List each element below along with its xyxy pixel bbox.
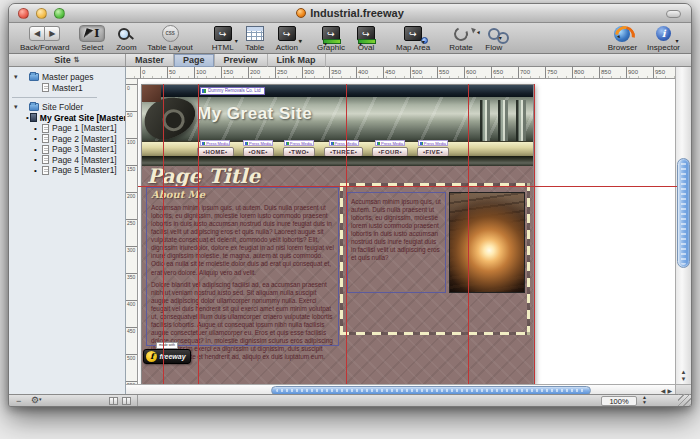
ruler-label: 750 — [545, 67, 572, 78]
toolbar-button-label: Select — [81, 43, 103, 52]
freeway-badge[interactable]: made with f freeway — [147, 342, 187, 364]
tree-item-icon — [29, 73, 39, 81]
badge-f-icon: f — [146, 351, 157, 362]
ruler-label: 0 — [126, 84, 137, 111]
nav-bar: Press Media •HOME• Press Media •ONE• Pre… — [142, 141, 533, 156]
vertical-scrollbar-thumb[interactable] — [677, 158, 690, 268]
toolbar-button[interactable]: Zoom — [110, 25, 142, 52]
ruler-label: 200 — [126, 192, 137, 219]
toolbar-button[interactable]: Map Area — [391, 25, 435, 52]
toolbar-button[interactable]: Flow — [478, 25, 510, 52]
nav-action-tag: Press Media — [375, 140, 405, 146]
site-title: My Great Site — [197, 104, 312, 124]
minimize-button[interactable] — [36, 8, 47, 19]
ruler-label: 150 — [221, 67, 248, 78]
ruler-label: 300 — [302, 67, 329, 78]
view-tab[interactable]: Link Map — [268, 54, 326, 67]
toolbar-button[interactable]: Graphic — [312, 25, 350, 52]
selected-item-marquee[interactable]: Accumsan minim ipsum quis, ut autem. Dui… — [340, 183, 530, 335]
toolbar-button[interactable]: Inspector — [642, 25, 685, 52]
sidebar-row[interactable]: • Page 4 [Master1] — [9, 155, 125, 166]
nav-button[interactable]: Press Media •THREE• — [324, 140, 363, 157]
sidebar-row[interactable]: • Page 1 [Master1] — [9, 123, 125, 134]
pane-toggle-button[interactable] — [109, 397, 118, 405]
vertical-scrollbar[interactable]: ▲▼ — [675, 67, 691, 384]
toolbar-button-label: Table — [245, 43, 264, 52]
ruler-label: 100 — [126, 138, 137, 165]
canvas[interactable]: Dummy Removals Co. Ltd My Great Site Pre… — [138, 79, 677, 384]
nav-button[interactable]: Press Media •FOUR• — [372, 140, 408, 157]
collapse-button[interactable]: − — [16, 396, 21, 406]
bullet-icon: • — [34, 155, 41, 164]
bullet-icon: • — [34, 145, 41, 154]
sidebar-row[interactable]: • My Great Site [Master1] — [9, 113, 125, 124]
traffic-lights — [18, 8, 65, 19]
page-design[interactable]: Dummy Removals Co. Ltd My Great Site Pre… — [141, 84, 534, 384]
tree-item-label: Master1 — [52, 83, 83, 93]
resize-grip[interactable] — [678, 394, 691, 406]
toolbar-button-label: Rotate — [449, 43, 473, 52]
sun-photo[interactable] — [449, 192, 525, 293]
ruler-label: 200 — [248, 67, 275, 78]
ruler-label: 800 — [572, 67, 599, 78]
aside-text-box[interactable]: Accumsan minim ipsum quis, ut autem. Dui… — [347, 192, 446, 293]
titlebar[interactable]: Industrial.freeway — [9, 4, 691, 23]
close-button[interactable] — [18, 8, 29, 19]
toolbar-button[interactable]: Back/Forward — [15, 25, 74, 52]
corner-graphic — [142, 85, 161, 102]
badge-made-with: made with — [156, 342, 178, 349]
toolbar-button-label: Flow — [485, 43, 502, 52]
view-tab[interactable]: Page — [174, 54, 215, 67]
toolbar-button[interactable]: Select — [74, 25, 110, 52]
nav-action-tag-text: Press Media — [206, 141, 228, 146]
scroll-arrows-vertical[interactable]: ▲▼ — [676, 369, 691, 383]
about-text-box[interactable]: About Me Accumsan minim ipsum quis, ut a… — [146, 187, 339, 346]
zoom-window-button[interactable] — [54, 8, 65, 19]
zoom-level[interactable]: 100% — [601, 396, 637, 406]
sidebar-row[interactable]: ▾ Site Folder — [9, 102, 125, 113]
view-tab[interactable]: Preview — [215, 54, 268, 67]
nav-button[interactable]: Press Media •TWO• — [283, 140, 315, 157]
sidebar-row[interactable]: • Page 5 [Master1] — [9, 165, 125, 176]
sidebar-header[interactable]: Site ⇅ — [9, 54, 126, 66]
header-graphic[interactable]: My Great Site — [142, 97, 533, 141]
disclosure-icon[interactable]: ▾ — [14, 103, 22, 111]
tree-item-icon — [42, 155, 49, 164]
tree-item-icon — [109, 94, 119, 102]
pane-toggle-button[interactable] — [122, 397, 131, 405]
nav-button[interactable]: Press Media •FIVE• — [417, 140, 449, 157]
toolbar-button[interactable]: HTML — [207, 25, 239, 52]
pane-toggle-buttons — [109, 397, 131, 405]
toolbar-icon — [355, 25, 377, 42]
ruler-label: 500 — [126, 354, 137, 381]
toolbar-button[interactable]: Browser — [603, 25, 642, 52]
action-menu-button[interactable]: ⚙▾ — [31, 395, 42, 405]
guide-line-vertical — [468, 84, 469, 384]
toolbar-icon — [450, 25, 472, 42]
toolbar-button[interactable]: Rotate — [444, 25, 478, 52]
sidebar-row[interactable] — [9, 93, 125, 102]
nav-action-tag-text: Press Media — [424, 141, 446, 146]
sidebar-row[interactable]: Master1 — [9, 83, 125, 94]
guide-line-horizontal — [138, 186, 677, 187]
toolbar-button[interactable]: Action — [271, 25, 303, 52]
zoom-stepper[interactable]: ▲▼ — [642, 395, 647, 405]
sidebar-row[interactable]: • Page 2 [Master1] — [9, 134, 125, 145]
toolbar-button[interactable]: Table Layout — [142, 25, 197, 52]
disclosure-icon[interactable]: ▾ — [14, 73, 22, 81]
toolbar-toggle-pill[interactable] — [666, 10, 681, 18]
toolbar-icon — [320, 25, 342, 42]
view-tab[interactable]: Master — [126, 54, 174, 67]
pipes-graphic — [475, 100, 531, 141]
subheader: Site ⇅ MasterPagePreviewLink Map — [9, 54, 691, 67]
action-mini-icon — [331, 142, 334, 145]
nav-button[interactable]: Press Media •ONE• — [243, 140, 274, 157]
sidebar-row[interactable]: • Page 3 [Master1] — [9, 144, 125, 155]
scroll-arrows-horizontal[interactable]: ◀▶ — [661, 387, 674, 394]
nav-button[interactable]: Press Media •HOME• — [197, 140, 234, 157]
sidebar-row[interactable]: ▾ Master pages — [9, 72, 125, 83]
toolbar-button[interactable]: Table — [239, 25, 271, 52]
toolbar-button[interactable]: Oval — [350, 25, 382, 52]
toolbar-icon — [276, 25, 298, 42]
view-tabs: MasterPagePreviewLink Map — [126, 54, 326, 66]
